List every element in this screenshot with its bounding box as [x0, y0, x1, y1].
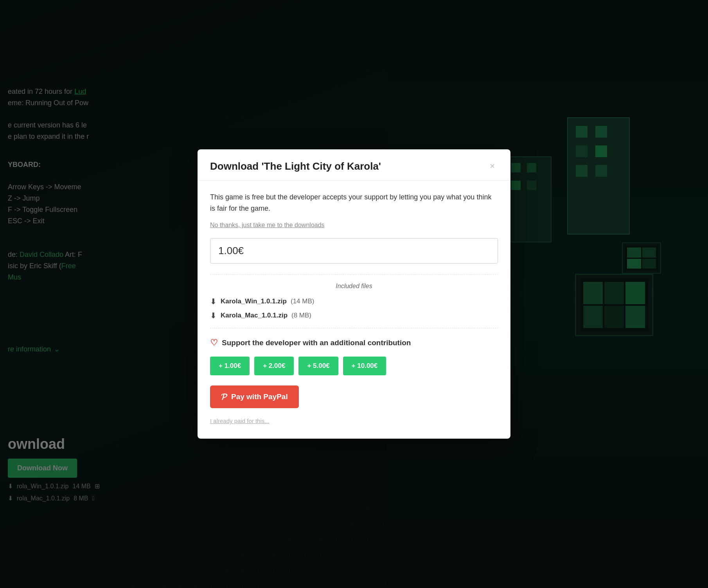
contrib-btn-1[interactable]: + 1.00€ — [210, 357, 250, 375]
modal-description: This game is free but the developer acce… — [210, 192, 498, 214]
price-input-wrapper — [210, 238, 498, 264]
contribution-buttons-group: + 1.00€ + 2.00€ + 5.00€ + 10.00€ — [210, 357, 498, 375]
download-icon-mac: ⬇ — [210, 311, 217, 320]
support-text: Support the developer with an additional… — [222, 339, 411, 347]
download-icon-win: ⬇ — [210, 297, 217, 306]
paypal-label: Pay with PayPal — [231, 393, 288, 401]
modal-body: This game is free but the developer acce… — [198, 181, 510, 439]
included-files-label: Included files — [210, 283, 498, 290]
file-row-mac-modal: ⬇ Karola_Mac_1.0.1.zip (8 MB) — [210, 311, 498, 320]
paypal-button[interactable]: 𝓟 Pay with PayPal — [210, 385, 299, 408]
skip-to-downloads-link[interactable]: No thanks, just take me to the downloads — [210, 222, 325, 229]
heart-icon: ♡ — [210, 338, 218, 348]
divider-bottom — [210, 328, 498, 328]
download-modal: Download 'The Light City of Karola' × Th… — [198, 149, 510, 439]
win-filesize: (14 MB) — [291, 298, 314, 305]
modal-header: Download 'The Light City of Karola' × — [198, 149, 510, 181]
contrib-btn-5[interactable]: + 5.00€ — [298, 357, 338, 375]
win-filename: Karola_Win_1.0.1.zip — [221, 298, 287, 305]
already-paid-button[interactable]: I already paid for this... — [210, 418, 270, 424]
file-row-win-modal: ⬇ Karola_Win_1.0.1.zip (14 MB) — [210, 297, 498, 306]
contrib-btn-10[interactable]: + 10.00€ — [343, 357, 386, 375]
paypal-icon: 𝓟 — [221, 392, 226, 402]
mac-filename: Karola_Mac_1.0.1.zip — [221, 312, 288, 319]
divider-top — [210, 274, 498, 275]
modal-title: Download 'The Light City of Karola' — [210, 160, 381, 172]
price-input[interactable] — [218, 245, 490, 257]
mac-filesize: (8 MB) — [291, 312, 311, 319]
modal-close-button[interactable]: × — [487, 160, 498, 172]
contrib-btn-2[interactable]: + 2.00€ — [254, 357, 294, 375]
modal-overlay[interactable]: Download 'The Light City of Karola' × Th… — [0, 0, 708, 588]
support-row: ♡ Support the developer with an addition… — [210, 338, 498, 348]
